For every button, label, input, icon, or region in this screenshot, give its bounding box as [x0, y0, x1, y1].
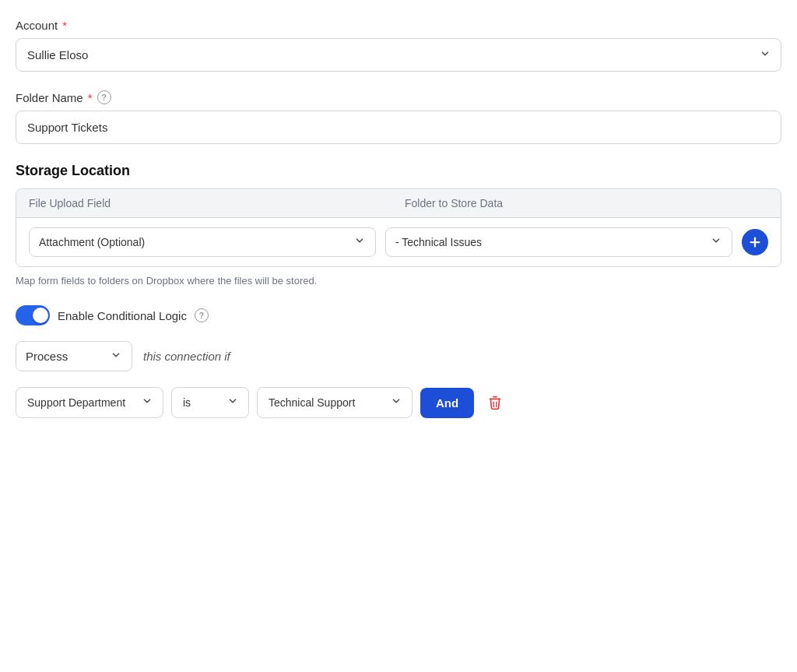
condition-value-select[interactable]: Technical Support [257, 387, 413, 418]
condition-operator-select[interactable]: is [171, 387, 249, 418]
conditional-logic-label: Enable Conditional Logic [58, 309, 187, 322]
add-storage-row-button[interactable] [742, 229, 768, 255]
folder-name-label-text: Folder Name [16, 91, 83, 104]
storage-table-header: File Upload Field Folder to Store Data [16, 189, 781, 218]
folder-store-select[interactable]: - Technical Issues [385, 227, 732, 257]
conditions-row: Support Department is Technical Support … [16, 387, 781, 418]
connection-if-text: this connection if [143, 350, 230, 363]
process-select[interactable]: Process [16, 341, 132, 371]
condition-field-select[interactable]: Support Department [16, 387, 163, 418]
process-row: Process this connection if [16, 341, 781, 371]
file-upload-select-wrapper: Attachment (Optional) [29, 227, 376, 257]
plus-icon [748, 235, 762, 249]
folder-store-select-wrapper: - Technical Issues [385, 227, 732, 257]
folder-name-input[interactable] [16, 111, 781, 144]
storage-header-col1: File Upload Field [29, 197, 392, 209]
condition-field-wrapper: Support Department [16, 387, 163, 418]
condition-value-wrapper: Technical Support [257, 387, 413, 418]
conditional-logic-help-icon[interactable]: ? [195, 308, 209, 322]
process-select-wrapper: Process [16, 341, 132, 371]
account-label: Account * [16, 19, 781, 32]
folder-name-label: Folder Name * ? [16, 90, 781, 104]
folder-name-help-icon[interactable]: ? [97, 90, 111, 104]
folder-name-section: Folder Name * ? [16, 90, 781, 144]
account-label-text: Account [16, 19, 58, 32]
toggle-knob [33, 308, 48, 323]
storage-header-col2: Folder to Store Data [405, 197, 768, 209]
conditional-logic-toggle[interactable] [16, 305, 50, 325]
and-button[interactable]: And [420, 388, 474, 418]
folder-name-required-star: * [88, 91, 93, 104]
file-upload-select[interactable]: Attachment (Optional) [29, 227, 376, 257]
account-section: Account * Sullie Eloso [16, 19, 781, 72]
storage-location-title: Storage Location [16, 163, 781, 179]
delete-condition-button[interactable] [482, 389, 508, 416]
condition-operator-wrapper: is [171, 387, 249, 418]
storage-table-row: Attachment (Optional) - Technical Issues [16, 218, 781, 266]
storage-table: File Upload Field Folder to Store Data A… [16, 188, 781, 267]
storage-location-section: Storage Location File Upload Field Folde… [16, 163, 781, 287]
account-select-wrapper: Sullie Eloso [16, 38, 781, 72]
account-select[interactable]: Sullie Eloso [16, 38, 781, 72]
account-required-star: * [62, 19, 67, 32]
svg-rect-2 [493, 396, 497, 398]
trash-icon [486, 394, 504, 411]
storage-hint-text: Map form fields to folders on Dropbox wh… [16, 275, 781, 287]
conditional-logic-row: Enable Conditional Logic ? [16, 305, 781, 325]
